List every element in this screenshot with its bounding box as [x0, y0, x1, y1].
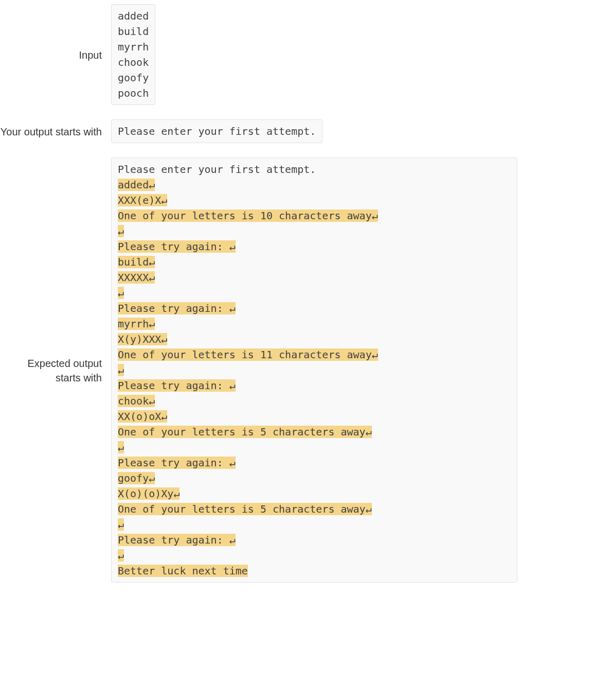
- highlighted-text: One of your letters is 11 characters awa…: [118, 348, 372, 361]
- return-icon: ↵: [372, 348, 378, 361]
- return-icon: ↵: [161, 333, 167, 345]
- diff-line: goofy↵: [118, 470, 511, 486]
- return-icon: ↵: [149, 472, 155, 484]
- return-icon: ↵: [118, 441, 124, 453]
- highlighted-text: One of your letters is 10 characters awa…: [118, 209, 372, 222]
- highlighted-text: X(o)(o)Xy: [118, 487, 173, 500]
- return-icon: ↵: [229, 534, 236, 546]
- highlighted-text: XXX(e)X: [118, 194, 161, 206]
- return-icon: ↵: [149, 179, 155, 191]
- diff-line: One of your letters is 5 characters away…: [118, 501, 511, 517]
- return-icon: ↵: [229, 302, 236, 314]
- return-icon: ↵: [366, 426, 372, 438]
- diff-line: build↵: [118, 254, 511, 270]
- highlighted-text: One of your letters is 5 characters away: [118, 503, 366, 515]
- highlighted-text: chook: [118, 395, 149, 407]
- diff-line: One of your letters is 5 characters away…: [118, 424, 511, 440]
- return-icon: ↵: [173, 487, 180, 500]
- return-icon: ↵: [161, 410, 167, 423]
- diff-line: Better luck next time: [118, 563, 511, 579]
- return-icon: ↵: [229, 240, 236, 253]
- diff-line: Please try again: ↵: [118, 532, 511, 548]
- return-icon: ↵: [149, 271, 155, 284]
- highlighted-text: build: [118, 256, 149, 268]
- diff-line: chook↵: [118, 393, 511, 409]
- return-icon: ↵: [149, 395, 155, 407]
- return-icon: ↵: [118, 364, 124, 376]
- diff-line: Please try again: ↵: [118, 455, 511, 470]
- highlighted-text: myrrh: [118, 318, 149, 330]
- highlighted-text: Please try again:: [118, 379, 229, 392]
- diff-line: myrrh↵: [118, 316, 511, 331]
- return-icon: ↵: [229, 457, 236, 469]
- your-output-block: Please enter your first attempt.: [111, 119, 322, 143]
- return-icon: ↵: [149, 318, 155, 330]
- return-icon: ↵: [118, 287, 124, 299]
- diff-line: Please try again: ↵: [118, 378, 511, 393]
- return-icon: ↵: [149, 256, 155, 268]
- diff-line: XXXXX↵: [118, 270, 511, 285]
- highlighted-text: Please try again:: [118, 534, 229, 546]
- highlighted-text: XX(o)oX: [118, 410, 161, 423]
- diff-line: XXX(e)X↵: [118, 192, 511, 208]
- diff-line: ↵: [118, 362, 511, 378]
- diff-line: ↵: [118, 517, 511, 532]
- return-icon: ↵: [161, 194, 167, 206]
- input-block: added build myrrh chook goofy pooch: [111, 4, 155, 105]
- highlighted-text: XXXXX: [118, 271, 149, 284]
- diff-line: ↵: [118, 285, 511, 301]
- highlighted-text: added: [118, 179, 149, 191]
- diff-line: ↵: [118, 440, 511, 455]
- expected-output-label: Expected output starts with: [0, 355, 111, 385]
- diff-line: ↵: [118, 223, 511, 239]
- diff-line: X(y)XXX↵: [118, 331, 511, 347]
- expected-output-block: Please enter your first attempt.added↵XX…: [111, 157, 517, 583]
- diff-line: One of your letters is 11 characters awa…: [118, 347, 511, 362]
- diff-line: added↵: [118, 177, 511, 192]
- diff-line: ↵: [118, 548, 511, 563]
- diff-line: X(o)(o)Xy↵: [118, 486, 511, 501]
- highlighted-text: Please try again:: [118, 302, 229, 314]
- return-icon: ↵: [366, 503, 372, 515]
- highlighted-text: One of your letters is 5 characters away: [118, 426, 366, 438]
- diff-line: Please try again: ↵: [118, 301, 511, 316]
- highlighted-text: Please try again:: [118, 457, 229, 469]
- return-icon: ↵: [118, 225, 124, 237]
- return-icon: ↵: [118, 549, 124, 562]
- your-output-label: Your output starts with: [0, 119, 111, 139]
- diff-line: Please enter your first attempt.: [118, 162, 511, 177]
- return-icon: ↵: [118, 518, 124, 531]
- highlighted-text: Better luck next time: [118, 565, 248, 577]
- highlighted-text: Please try again:: [118, 240, 229, 253]
- highlighted-text: goofy: [118, 472, 149, 484]
- diff-line: Please try again: ↵: [118, 239, 511, 254]
- return-icon: ↵: [229, 379, 236, 392]
- input-label: Input: [0, 47, 111, 62]
- diff-line: XX(o)oX↵: [118, 409, 511, 424]
- highlighted-text: X(y)XXX: [118, 333, 161, 345]
- diff-line: One of your letters is 10 characters awa…: [118, 208, 511, 223]
- return-icon: ↵: [372, 209, 378, 222]
